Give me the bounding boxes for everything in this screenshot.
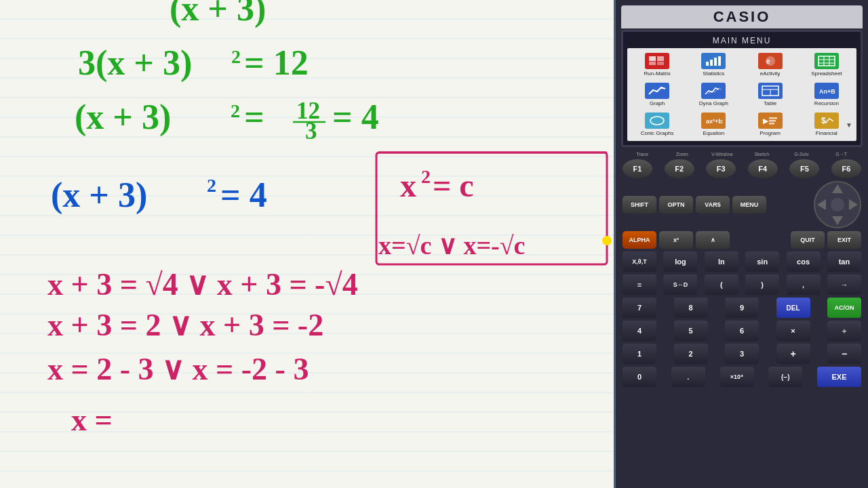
f4-button[interactable]: F4 — [748, 159, 778, 178]
menu-table[interactable]: Table — [743, 81, 797, 108]
fkey-labels-row: Trace Zoom V-Window Sketch G-Solv G→T — [621, 152, 863, 157]
statistics-icon — [701, 53, 726, 69]
fkey-vwindow-label: V-Window — [702, 152, 742, 157]
svg-text:=: = — [244, 98, 264, 136]
menu-statistics[interactable]: Statistics — [686, 51, 741, 79]
svg-text:An+B: An+B — [819, 88, 835, 95]
9-button[interactable]: 9 — [725, 298, 759, 318]
exe-button[interactable]: EXE — [817, 367, 861, 387]
menu-graph[interactable]: Graph — [630, 81, 684, 108]
ln-button[interactable]: ln — [705, 251, 738, 272]
var5-button[interactable]: VAR5 — [696, 196, 730, 214]
plus-button[interactable]: + — [776, 344, 810, 364]
open-paren-button[interactable]: ( — [705, 274, 738, 295]
table-label: Table — [764, 100, 776, 106]
arrow-button[interactable]: → — [827, 274, 861, 295]
menu-button[interactable]: MENU — [732, 196, 766, 214]
recursion-icon: An+B — [814, 83, 839, 99]
sd-button[interactable]: S↔D — [663, 274, 697, 295]
menu-run-matrix[interactable]: Run-Matrix — [630, 51, 684, 79]
comma-button[interactable]: , — [787, 274, 821, 295]
svg-rect-33 — [714, 58, 717, 66]
equation-label: Equation — [703, 130, 725, 136]
multiply-button[interactable]: × — [776, 321, 810, 341]
svg-point-46 — [650, 117, 664, 125]
menu-eactivity[interactable]: e eActivity — [743, 51, 797, 79]
5-button[interactable]: 5 — [674, 321, 708, 341]
3-button[interactable]: 3 — [725, 344, 759, 364]
menu-spreadsheet[interactable]: Spreadsheet — [800, 51, 854, 79]
f1-button[interactable]: F1 — [623, 159, 652, 178]
f5-button[interactable]: F5 — [789, 159, 819, 178]
spreadsheet-icon — [814, 53, 839, 69]
neg-button[interactable]: (−) — [768, 367, 802, 387]
optn-button[interactable]: OPTN — [659, 196, 693, 214]
svg-text:3: 3 — [305, 118, 317, 144]
financial-label: Financial — [816, 130, 837, 136]
xthetat-button[interactable]: X,θ,T — [623, 251, 656, 272]
alpha-button[interactable]: ALPHA — [623, 231, 656, 249]
dot-button[interactable]: . — [671, 367, 705, 387]
menu-program[interactable]: ▶ Program — [743, 110, 797, 138]
tan-button[interactable]: tan — [827, 251, 861, 272]
svg-text:= 4: = 4 — [332, 98, 379, 136]
f2-button[interactable]: F2 — [665, 159, 694, 178]
divide-button[interactable]: ÷ — [827, 321, 861, 341]
eactivity-label: eActivity — [760, 70, 781, 77]
svg-rect-50 — [769, 120, 776, 122]
menu-dyna-graph[interactable]: Dyna Graph — [686, 81, 741, 108]
shift-row: SHIFT OPTN VAR5 MENU — [621, 181, 863, 228]
calculator-screen: MAIN MENU Run-Matrix Statistics e eActiv… — [621, 30, 863, 147]
menu-financial[interactable]: $ Financial ▼ — [800, 110, 854, 138]
log-button[interactable]: log — [663, 251, 697, 272]
1-button[interactable]: 1 — [623, 344, 656, 364]
program-label: Program — [760, 130, 781, 136]
main-menu-grid: Run-Matrix Statistics e eActivity Spread… — [627, 48, 856, 141]
exit-button[interactable]: EXIT — [827, 231, 861, 249]
svg-text:2: 2 — [231, 46, 241, 67]
ten-button[interactable]: ×10ˣ — [720, 367, 754, 387]
svg-text:x + 3 = √4  ∨  x + 3 = -√4: x + 3 = √4 ∨ x + 3 = -√4 — [47, 267, 358, 302]
svg-text:2: 2 — [231, 100, 240, 121]
navigation-pad[interactable] — [814, 181, 861, 228]
f3-button[interactable]: F3 — [706, 159, 736, 178]
row-0: 0 . ×10ˣ (−) EXE — [621, 367, 863, 387]
svg-text:$: $ — [821, 116, 826, 125]
8-button[interactable]: 8 — [674, 298, 708, 318]
svg-text:= 4: = 4 — [220, 176, 267, 214]
scroll-down-indicator: ▼ — [846, 121, 852, 128]
svg-point-58 — [831, 198, 844, 211]
shift-button[interactable]: SHIFT — [623, 196, 656, 214]
ac-button[interactable]: AC/ON — [827, 298, 861, 318]
sin-button[interactable]: sin — [745, 251, 779, 272]
svg-text:x + 3 = 2    ∨  x + 3 = -2: x + 3 = 2 ∨ x + 3 = -2 — [47, 308, 323, 342]
cos-button[interactable]: cos — [787, 251, 821, 272]
program-icon: ▶ — [758, 113, 783, 129]
menu-recursion[interactable]: An+B Recursion — [800, 81, 854, 108]
7-button[interactable]: 7 — [623, 298, 656, 318]
table-icon — [758, 83, 783, 99]
financial-icon: $ — [814, 113, 839, 129]
svg-rect-29 — [649, 62, 656, 65]
0-button[interactable]: 0 — [623, 367, 656, 387]
svg-text:3(x + 3): 3(x + 3) — [78, 43, 192, 83]
row-789: 7 8 9 DEL AC/ON — [621, 298, 863, 318]
2-button[interactable]: 2 — [674, 344, 708, 364]
menu-conic-graphs[interactable]: Conic Graphs — [630, 110, 684, 138]
statistics-label: Statistics — [703, 70, 724, 77]
4-button[interactable]: 4 — [623, 321, 656, 341]
graph-icon — [645, 83, 669, 99]
close-paren-button[interactable]: ) — [745, 274, 779, 295]
equiv-button[interactable]: ≡ — [623, 274, 656, 295]
screen-title: MAIN MENU — [627, 36, 856, 45]
menu-equation[interactable]: ax²+bx+c=0 Equation — [686, 110, 741, 138]
6-button[interactable]: 6 — [725, 321, 759, 341]
quit-button[interactable]: QUIT — [791, 231, 825, 249]
svg-rect-37 — [818, 56, 835, 66]
del-button[interactable]: DEL — [776, 298, 810, 318]
x2-button[interactable]: x² — [659, 231, 693, 249]
f6-button[interactable]: F6 — [831, 159, 861, 178]
minus-button[interactable]: − — [827, 344, 861, 364]
svg-rect-31 — [706, 62, 709, 66]
caret-button[interactable]: ∧ — [696, 231, 730, 249]
